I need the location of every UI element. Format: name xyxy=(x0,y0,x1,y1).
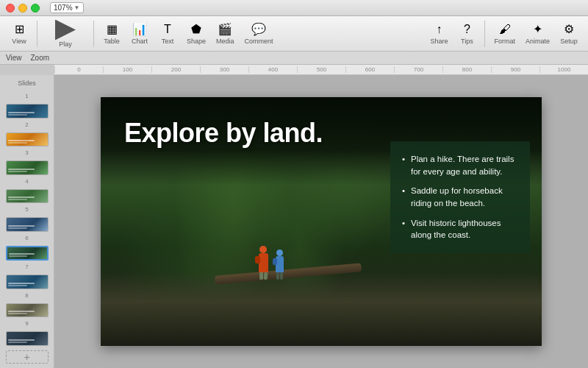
maximize-button[interactable] xyxy=(31,4,40,13)
ground-area xyxy=(101,272,542,346)
chart-label: Chart xyxy=(132,38,148,45)
animate-label: Animate xyxy=(526,38,550,45)
shape-label: Shape xyxy=(187,38,206,45)
minimize-button[interactable] xyxy=(18,4,27,13)
slide-num-3: 3 xyxy=(25,149,28,156)
share-label: Share xyxy=(430,38,448,45)
animate-icon: ✦ xyxy=(533,22,542,36)
view-button[interactable]: ⊞ View xyxy=(6,22,32,45)
table-label: Table xyxy=(104,38,120,45)
ruler-mark-200: 200 xyxy=(151,66,200,73)
ruler-mark-500: 500 xyxy=(297,66,345,73)
media-button[interactable]: 🎬 Media xyxy=(212,22,239,45)
share-button[interactable]: ↑ Share xyxy=(426,23,452,45)
ruler-mark-1000: 1000 xyxy=(539,66,588,73)
play-label: Play xyxy=(59,40,72,48)
zoom-value: 107% xyxy=(54,4,73,12)
canvas-area[interactable]: Explore by land. Plan a hike. There are … xyxy=(54,75,588,368)
bullet-item-1: Plan a hike. There are trails for every … xyxy=(401,153,520,177)
setup-label: Setup xyxy=(560,38,578,45)
ruler-mark-900: 900 xyxy=(491,66,539,73)
slide-num-9: 9 xyxy=(25,320,28,327)
slide-thumb-7[interactable] xyxy=(6,275,49,289)
slide-num-1: 1 xyxy=(25,93,28,99)
tips-icon: ? xyxy=(464,23,470,36)
slides-panel-label: Slides xyxy=(18,79,36,87)
zoom-menu[interactable]: Zoom xyxy=(31,54,50,62)
text-icon: T xyxy=(164,23,171,36)
bullet-item-3: Visit historic lighthouses along the coa… xyxy=(401,217,520,241)
titlebar: 107% ▼ xyxy=(0,0,588,16)
slide-thumb-4[interactable] xyxy=(6,189,49,204)
window-controls xyxy=(6,4,40,13)
table-button[interactable]: ▦ Table xyxy=(98,22,125,45)
slide-thumb-8[interactable] xyxy=(6,303,49,318)
bullet-item-2: Saddle up for horseback riding on the be… xyxy=(401,185,520,209)
ruler-mark-600: 600 xyxy=(345,66,394,73)
slide-thumb-3[interactable] xyxy=(6,160,49,175)
setup-icon: ⚙ xyxy=(564,22,574,36)
slide-title: Explore by land. xyxy=(124,118,323,149)
tips-label: Tips xyxy=(461,38,473,45)
view-icon: ⊞ xyxy=(15,22,24,36)
media-icon: 🎬 xyxy=(218,22,232,36)
view-zoom-bar: View Zoom xyxy=(0,52,588,65)
slide-canvas[interactable]: Explore by land. Plan a hike. There are … xyxy=(101,97,542,346)
play-icon[interactable] xyxy=(55,20,76,40)
slide-thumb-6[interactable] xyxy=(6,246,49,261)
ruler-mark-800: 800 xyxy=(442,66,491,73)
hiker-2 xyxy=(276,256,284,272)
ruler-mark-300: 300 xyxy=(200,66,248,73)
comment-icon: 💬 xyxy=(251,22,266,36)
shape-icon: ⬟ xyxy=(191,22,201,36)
slides-panel: Slides 1 2 3 4 5 xyxy=(0,75,54,368)
slide-num-7: 7 xyxy=(25,263,28,270)
tips-button[interactable]: ? Tips xyxy=(453,23,480,45)
slide-text-box: Plan a hike. There are trails for every … xyxy=(390,141,530,253)
table-icon: ▦ xyxy=(107,22,118,36)
toolbar-divider-3 xyxy=(484,21,485,47)
slide-num-8: 8 xyxy=(25,292,28,299)
comment-button[interactable]: 💬 Comment xyxy=(240,22,278,45)
ruler-mark-100: 100 xyxy=(103,66,151,73)
toolbar-divider-1 xyxy=(37,21,37,47)
main-area: Slides 1 2 3 4 5 xyxy=(0,75,588,368)
slide-thumb-9[interactable] xyxy=(6,331,49,346)
hiker-1 xyxy=(259,253,268,272)
setup-button[interactable]: ⚙ Setup xyxy=(556,22,582,45)
text-label: Text xyxy=(162,38,174,45)
ruler-marks: 0 100 200 300 400 500 600 700 800 900 10… xyxy=(54,65,588,74)
slide-num-6: 6 xyxy=(25,235,28,241)
format-icon: 🖌 xyxy=(499,23,511,36)
text-button[interactable]: T Text xyxy=(154,23,181,45)
bullet-list: Plan a hike. There are trails for every … xyxy=(401,153,520,241)
media-label: Media xyxy=(216,38,234,45)
slide-num-4: 4 xyxy=(25,178,28,185)
slide-thumb-2[interactable] xyxy=(6,132,49,147)
zoom-control[interactable]: 107% ▼ xyxy=(50,2,84,13)
slide-thumb-1[interactable] xyxy=(6,104,49,118)
slide-num-2: 2 xyxy=(25,121,28,128)
ruler-mark-400: 400 xyxy=(248,66,297,73)
chart-button[interactable]: 📊 Chart xyxy=(126,22,153,45)
share-icon: ↑ xyxy=(436,23,442,36)
format-label: Format xyxy=(494,38,515,45)
animate-button[interactable]: ✦ Animate xyxy=(521,22,554,45)
format-button[interactable]: 🖌 Format xyxy=(490,23,520,45)
view-menu[interactable]: View xyxy=(6,54,22,62)
ruler-mark-0: 0 xyxy=(54,66,103,73)
zoom-arrow-icon: ▼ xyxy=(74,4,80,11)
chart-icon: 📊 xyxy=(132,22,147,36)
shape-button[interactable]: ⬟ Shape xyxy=(182,22,210,45)
close-button[interactable] xyxy=(6,4,15,13)
ruler: 0 100 200 300 400 500 600 700 800 900 10… xyxy=(54,65,588,75)
toolbar: ⊞ View Play ▦ Table 📊 Chart T Text ⬟ Sha… xyxy=(0,16,588,52)
toolbar-divider-2 xyxy=(93,21,94,47)
ruler-mark-700: 700 xyxy=(394,66,442,73)
comment-label: Comment xyxy=(245,38,273,45)
add-slide-button[interactable]: + xyxy=(6,350,49,364)
slide-thumb-5[interactable] xyxy=(6,217,49,232)
slide-num-5: 5 xyxy=(25,206,28,213)
view-label: View xyxy=(12,38,26,45)
